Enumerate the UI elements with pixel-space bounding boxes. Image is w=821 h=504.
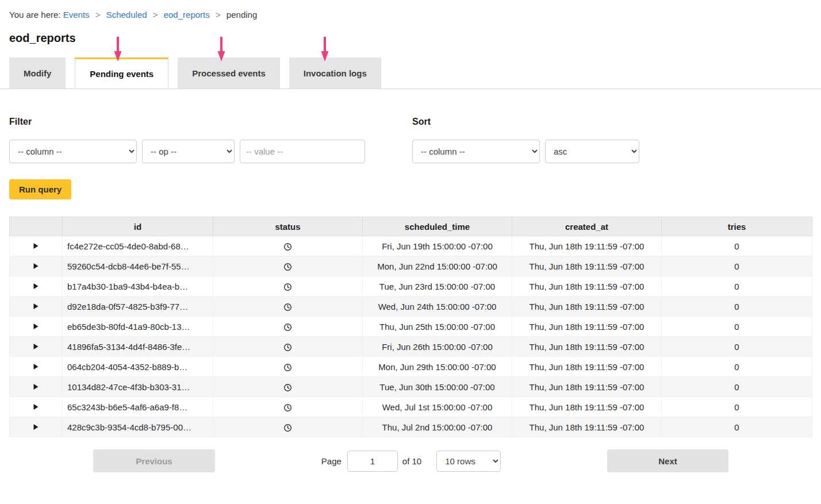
expand-triangle-icon xyxy=(33,363,39,370)
clock-icon xyxy=(283,283,292,291)
tab-invocation-logs[interactable]: Invocation logs xyxy=(289,57,381,89)
column-header-status: status xyxy=(213,217,363,236)
filter-value-input[interactable] xyxy=(240,140,365,163)
tries-cell: 0 xyxy=(662,256,812,276)
expand-cell xyxy=(10,397,63,417)
expand-triangle-icon xyxy=(33,383,39,390)
rows-per-page-select[interactable]: 10 rows xyxy=(436,451,501,472)
tries-cell: 0 xyxy=(662,397,812,417)
sort-order-select[interactable]: asc xyxy=(545,140,639,163)
id-cell: 10134d82-47ce-4f3b-b303-31… xyxy=(63,377,213,397)
filter-op-select[interactable]: -- op -- xyxy=(142,140,235,163)
breadcrumb-link-events[interactable]: Events xyxy=(63,10,90,20)
breadcrumb-separator: > xyxy=(95,10,101,20)
tries-cell: 0 xyxy=(662,317,812,337)
filter-group: Filter -- column -- -- op -- xyxy=(9,117,365,163)
annotation-arrow-invocation-icon xyxy=(320,36,329,62)
expand-row-button[interactable] xyxy=(33,343,39,350)
breadcrumb-current-pending: pending xyxy=(227,10,257,20)
clock-icon xyxy=(283,403,292,412)
expand-cell xyxy=(10,377,63,397)
filter-column-select[interactable]: -- column -- xyxy=(9,140,137,163)
id-cell: 428c9c3b-9354-4cd8-b795-00… xyxy=(63,417,213,437)
previous-page-button[interactable]: Previous xyxy=(93,449,215,472)
tab-processed-events[interactable]: Processed events xyxy=(178,57,280,89)
breadcrumb: You are here: Events > Scheduled > eod_r… xyxy=(0,0,821,20)
annotation-arrow-processed-icon xyxy=(217,36,226,62)
expand-row-button[interactable] xyxy=(33,424,39,430)
id-cell: 65c3243b-b6e5-4af6-a6a9-f8… xyxy=(63,397,213,417)
breadcrumb-prefix: You are here: xyxy=(9,10,61,20)
clock-icon xyxy=(283,323,292,332)
tries-cell: 0 xyxy=(662,276,812,297)
clock-icon xyxy=(283,243,292,251)
table-row: 064cb204-4054-4352-b889-b… Mon, Jun 29th… xyxy=(10,357,812,377)
sort-label: Sort xyxy=(412,117,639,127)
expand-triangle-icon xyxy=(33,283,39,290)
table-row: 65c3243b-b6e5-4af6-a6a9-f8… Wed, Jul 1st… xyxy=(10,397,812,417)
tab-modify[interactable]: Modify xyxy=(9,57,66,89)
expand-cell xyxy=(10,276,63,297)
expand-triangle-icon xyxy=(33,243,39,249)
expand-row-button[interactable] xyxy=(33,383,39,390)
tries-cell: 0 xyxy=(662,377,812,397)
id-cell: 59260c54-dcb8-44e6-be7f-55… xyxy=(63,256,213,276)
created-at-cell: Thu, Jun 18th 19:11:59 -07:00 xyxy=(512,377,662,397)
expand-cell xyxy=(10,236,63,256)
expand-row-button[interactable] xyxy=(33,303,39,310)
run-query-button[interactable]: Run query xyxy=(9,179,71,199)
clock-icon xyxy=(283,363,292,372)
sort-column-select[interactable]: -- column -- xyxy=(412,140,540,163)
scheduled-time-cell: Mon, Jun 22nd 15:00:00 -07:00 xyxy=(363,256,512,276)
next-page-button[interactable]: Next xyxy=(607,449,728,472)
id-cell: fc4e272e-cc05-4de0-8abd-68… xyxy=(63,236,213,256)
page-total-label: of 10 xyxy=(402,456,421,466)
breadcrumb-link-eod-reports[interactable]: eod_reports xyxy=(164,10,210,20)
expand-row-button[interactable] xyxy=(33,283,39,290)
expand-row-button[interactable] xyxy=(33,323,39,330)
table-row: b17a4b30-1ba9-43b4-b4ea-b… Tue, Jun 23rd… xyxy=(10,276,812,297)
expand-cell xyxy=(10,256,63,276)
breadcrumb-link-scheduled[interactable]: Scheduled xyxy=(106,10,147,20)
expand-row-button[interactable] xyxy=(33,363,39,370)
events-table: id status scheduled_time created_at trie… xyxy=(9,217,812,437)
id-cell: 41896fa5-3134-4d4f-8486-3fe… xyxy=(63,337,213,357)
clock-icon xyxy=(283,424,292,432)
status-cell xyxy=(213,417,363,437)
expand-triangle-icon xyxy=(33,343,39,350)
expand-cell xyxy=(10,417,63,437)
tries-cell: 0 xyxy=(662,337,812,357)
scheduled-time-cell: Tue, Jun 30th 15:00:00 -07:00 xyxy=(363,377,512,397)
expand-row-button[interactable] xyxy=(33,403,39,410)
id-cell: b17a4b30-1ba9-43b4-b4ea-b… xyxy=(63,276,213,297)
expand-cell xyxy=(10,337,63,357)
tries-cell: 0 xyxy=(662,417,812,437)
clock-icon xyxy=(283,343,292,352)
expand-row-button[interactable] xyxy=(33,263,39,270)
tab-bar: Modify Pending events Processed events I… xyxy=(0,57,821,89)
expand-triangle-icon xyxy=(33,323,39,330)
filter-label: Filter xyxy=(9,117,365,127)
column-header-expand xyxy=(10,217,63,236)
tab-pending-events[interactable]: Pending events xyxy=(75,57,168,89)
expand-triangle-icon xyxy=(33,403,39,410)
table-row: 59260c54-dcb8-44e6-be7f-55… Mon, Jun 22n… xyxy=(10,256,812,276)
page: You are here: Events > Scheduled > eod_r… xyxy=(0,0,821,504)
scheduled-time-cell: Wed, Jul 1st 15:00:00 -07:00 xyxy=(363,397,512,417)
status-cell xyxy=(213,256,363,276)
status-cell xyxy=(213,377,363,397)
column-header-id: id xyxy=(63,217,213,236)
table-body: fc4e272e-cc05-4de0-8abd-68… Fri, Jun 19t… xyxy=(10,236,812,437)
scheduled-time-cell: Tue, Jun 23rd 15:00:00 -07:00 xyxy=(363,276,512,297)
tries-cell: 0 xyxy=(662,236,812,256)
id-cell: d92e18da-0f57-4825-b3f9-77… xyxy=(63,297,213,317)
scheduled-time-cell: Wed, Jun 24th 15:00:00 -07:00 xyxy=(363,297,512,317)
created-at-cell: Thu, Jun 18th 19:11:59 -07:00 xyxy=(512,236,662,256)
breadcrumb-separator: > xyxy=(153,10,158,20)
status-cell xyxy=(213,236,363,256)
created-at-cell: Thu, Jun 18th 19:11:59 -07:00 xyxy=(512,297,662,317)
page-number-input[interactable] xyxy=(347,451,398,472)
expand-row-button[interactable] xyxy=(33,243,39,249)
table-row: eb65de3b-80fd-41a9-80cb-13… Thu, Jun 25t… xyxy=(10,317,812,337)
clock-icon xyxy=(283,263,292,271)
